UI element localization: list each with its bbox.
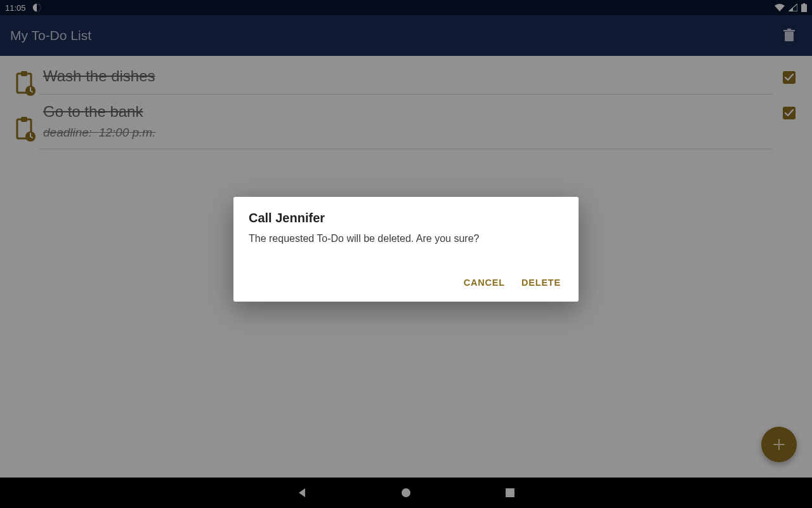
cancel-button[interactable]: CANCEL <box>461 272 508 293</box>
dialog-scrim[interactable]: Call Jennifer The requested To-Do will b… <box>0 0 812 508</box>
confirm-delete-dialog: Call Jennifer The requested To-Do will b… <box>233 197 579 302</box>
delete-button[interactable]: DELETE <box>519 272 563 293</box>
dialog-message: The requested To-Do will be deleted. Are… <box>249 232 563 246</box>
dialog-title: Call Jennifer <box>249 211 563 225</box>
